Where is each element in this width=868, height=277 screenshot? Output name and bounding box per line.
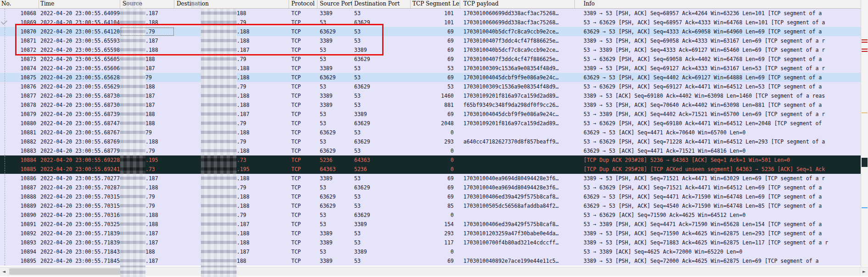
- destination-ip-suffix: .188: [237, 91, 250, 100]
- destination-ip-suffix: .79: [237, 137, 246, 146]
- source-ip-suffix: .187: [145, 9, 158, 18]
- source-ip-suffix: .188: [145, 137, 158, 146]
- column-header-seglen[interactable]: TCP Segment Len: [411, 0, 460, 8]
- packet-row[interactable]: 10873 2022-04-20 23:00:55.656059 188 .79…: [0, 55, 868, 64]
- packet-row[interactable]: 10891 2022-04-20 23:00:55.703250 .188 .1…: [0, 220, 868, 229]
- packet-number: 10892: [0, 229, 39, 238]
- packet-destination-port: 53: [352, 146, 411, 155]
- packet-tcp-payload: 17030101203259a47f30babe0e4da…: [460, 229, 575, 238]
- packet-row[interactable]: 10875 2022-04-20 23:00:55.656282 79 .188…: [0, 73, 868, 82]
- column-header-dport[interactable]: Destination Port: [352, 0, 411, 8]
- source-ip-suffix: 187: [145, 64, 155, 73]
- destination-ip-suffix: .188: [237, 73, 250, 82]
- destination-ip-suffix: .195: [237, 165, 250, 174]
- packet-source-port: 5236: [317, 155, 352, 165]
- redacted-destination-ip: [201, 119, 237, 128]
- packet-segment-length: 69: [411, 183, 460, 192]
- packet-source-cell: 188: [120, 55, 174, 64]
- packet-source-cell: .79: [120, 201, 174, 211]
- packet-source-cell: 188: [120, 110, 174, 119]
- packet-segment-length: 53: [411, 82, 460, 91]
- packet-number: 10874: [0, 64, 39, 73]
- packet-number: 10890: [0, 211, 39, 220]
- packet-info: 3389 → 53 [PSH, ACK] Seq=71883 Ack=4625 …: [575, 238, 828, 247]
- packet-destination-port: 53: [352, 100, 411, 110]
- packet-info: 63629 → 53 [ACK] Seq=4471 Ack=71521 Win=…: [575, 146, 746, 155]
- redacted-source-ip: [120, 82, 145, 91]
- packet-number: 10878: [0, 100, 39, 110]
- packet-time: 2022-04-20 23:00:55.656282: [39, 73, 120, 82]
- packet-row[interactable]: 10879 2022-04-20 23:00:55.687396 188 .18…: [0, 110, 868, 119]
- source-ip-suffix: 79: [145, 73, 152, 82]
- packet-row[interactable]: 10887 2022-04-20 23:00:55.702878 .188 .7…: [0, 183, 868, 192]
- scrollbar-bad-tcp-marker: [862, 51, 868, 52]
- packet-number: 10882: [0, 137, 39, 146]
- column-header-time[interactable]: Time: [39, 0, 120, 8]
- destination-ip-suffix: .187: [237, 247, 250, 256]
- packet-row[interactable]: 10888 2022-04-20 23:00:55.703150 .79 .18…: [0, 192, 868, 201]
- packet-row[interactable]: 10890 2022-04-20 23:00:55.703165 .188 .7…: [0, 211, 868, 220]
- source-ip-suffix: 188: [145, 119, 155, 128]
- packet-destination-port: 3389: [352, 110, 411, 119]
- packet-source-port: 53: [317, 55, 352, 64]
- packet-segment-length: 69: [411, 55, 460, 64]
- column-header-no[interactable]: No.: [0, 0, 39, 8]
- packet-number: 10875: [0, 73, 39, 82]
- packet-row[interactable]: 10882 2022-04-20 23:00:55.687692 .188 .7…: [0, 137, 868, 146]
- packet-row[interactable]: 10877 2022-04-20 23:00:55.687308 187 .18…: [0, 91, 868, 100]
- packet-row[interactable]: 10894 2022-04-20 23:00:55.718435 188 .18…: [0, 247, 868, 256]
- column-header-sport[interactable]: Source Port: [317, 0, 352, 8]
- packet-info: 3389 → 53 [PSH, ACK] Seq=69058 Ack=4333 …: [575, 36, 825, 45]
- column-header-payload[interactable]: TCP payload: [460, 0, 575, 8]
- packet-source-cell: 187: [120, 91, 174, 100]
- redacted-destination-ip: [201, 155, 237, 165]
- packet-destination-port: 53: [352, 229, 411, 238]
- packet-info: 63629 → 53 [PSH, ACK] Seq=4540 Ack=71590…: [575, 201, 822, 211]
- source-ip-suffix: .79: [145, 192, 155, 201]
- packet-destination-port: 63629: [352, 55, 411, 64]
- packet-row[interactable]: 10895 2022-04-20 23:00:55.718454 .187 18…: [0, 256, 868, 266]
- redacted-source-ip: [120, 9, 145, 18]
- vertical-scrollbar[interactable]: [861, 0, 868, 266]
- column-header-proto[interactable]: Protocol: [289, 0, 317, 8]
- packet-row[interactable]: 10893 2022-04-20 23:00:55.718396 .187 .1…: [0, 238, 868, 247]
- packet-row[interactable]: 10880 2022-04-20 23:00:55.687470 188 .79…: [0, 119, 868, 128]
- packet-tcp-payload: f65bf9349c348f9da298df0f9cc26…: [460, 100, 575, 110]
- packet-row[interactable]: 10874 2022-04-20 23:00:55.656065 187 .18…: [0, 64, 868, 73]
- packet-segment-length: 0: [411, 146, 460, 155]
- redacted-source-ip: [120, 64, 145, 73]
- source-ip-suffix: .79: [145, 146, 155, 155]
- packet-number: 10883: [0, 146, 39, 155]
- column-header-info[interactable]: Info: [575, 0, 868, 8]
- packet-row[interactable]: 10878 2022-04-20 23:00:55.687308 187 .18…: [0, 100, 868, 110]
- source-ip-suffix: .188: [145, 220, 158, 229]
- packet-segment-length: 293: [411, 229, 460, 238]
- packet-segment-length: 69: [411, 27, 460, 36]
- packet-tcp-payload: [460, 247, 575, 256]
- redacted-source-ip: [120, 238, 145, 247]
- packet-destination-cell: 188: [174, 256, 289, 266]
- packet-row[interactable]: 10886 2022-04-20 23:00:55.702770 .187 .1…: [0, 174, 868, 183]
- horizontal-scrollbar-thumb[interactable]: [9, 268, 123, 275]
- packet-number: 10873: [0, 55, 39, 64]
- packet-info: 3389 → 53 [PSH, ACK] Seq=68957 Ack=4264 …: [575, 9, 822, 18]
- scroll-left-arrow-icon[interactable]: ◄: [0, 267, 8, 276]
- packet-row[interactable]: 10868 2022-04-20 23:00:55.640994 .187 18…: [0, 9, 868, 18]
- packet-time: 2022-04-20 23:00:55.718454: [39, 256, 120, 266]
- packet-row[interactable]: 10892 2022-04-20 23:00:55.718396 .187 .1…: [0, 229, 868, 238]
- packet-source-port: 3389: [317, 238, 352, 247]
- packet-row[interactable]: 10885 2022-04-20 23:00:55.692411 .73 .19…: [0, 165, 868, 174]
- packet-row[interactable]: 10881 2022-04-20 23:00:55.687671 79 .188…: [0, 128, 868, 137]
- packet-row[interactable]: 10889 2022-04-20 23:00:55.703150 .79 .18…: [0, 201, 868, 211]
- packet-source-port: 53: [317, 110, 352, 119]
- destination-ip-suffix: .79: [237, 82, 246, 91]
- packet-row[interactable]: 10876 2022-04-20 23:00:55.656292 188 .79…: [0, 82, 868, 91]
- packet-row[interactable]: 10884 2022-04-20 23:00:55.692283 .195 .7…: [0, 155, 868, 165]
- packet-protocol: TCP: [289, 229, 317, 238]
- scroll-right-arrow-icon[interactable]: ►: [860, 267, 868, 276]
- packet-info: 53 → 63629 [PSH, ACK] Seq=69180 Ack=4471…: [575, 119, 822, 128]
- packet-destination-port: 3389: [352, 247, 411, 256]
- packet-row[interactable]: 10883 2022-04-20 23:00:55.687797 .79 .18…: [0, 146, 868, 155]
- packet-source-cell: 188: [120, 82, 174, 91]
- redacted-source-ip: [120, 100, 145, 110]
